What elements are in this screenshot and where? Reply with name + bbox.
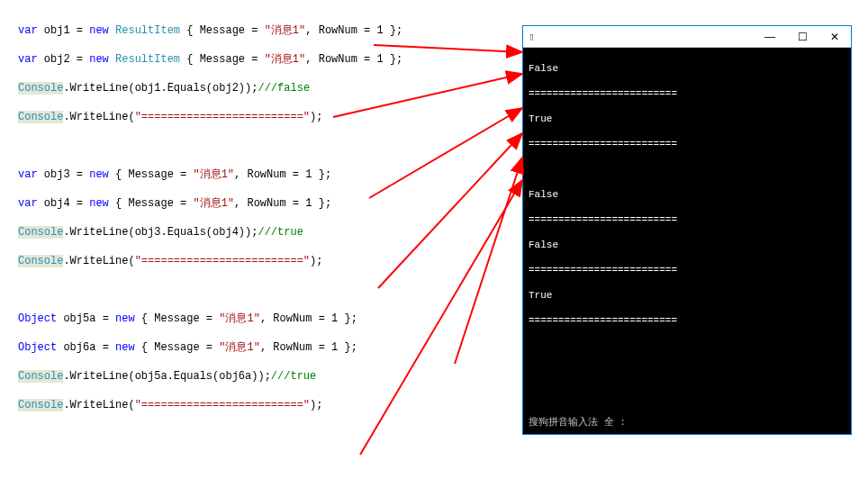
code-line: Console.WriteLine("=====================… — [18, 110, 522, 124]
ime-status: 搜狗拼音输入法 全 : — [529, 414, 626, 429]
output-line: False — [529, 62, 845, 75]
output-line: False — [529, 239, 845, 251]
output-line: True — [529, 289, 845, 302]
blank-line — [18, 139, 522, 153]
code-line: var obj1 = new ResultItem { Message = "消… — [18, 23, 522, 38]
code-line: var obj4 = new { Message = "消息1", RowNum… — [18, 196, 522, 211]
titlebar[interactable]: ▯ — ☐ ✕ — [523, 26, 851, 48]
blank-line — [18, 427, 522, 441]
output-line: ========================= — [529, 314, 845, 327]
close-button[interactable]: ✕ — [818, 26, 851, 47]
maximize-button[interactable]: ☐ — [786, 26, 818, 47]
string-literal: "消息1" — [265, 24, 306, 37]
comment: ///false — [258, 82, 310, 95]
code-line: Console.WriteLine("=====================… — [18, 254, 522, 268]
class-console: Console — [18, 82, 63, 95]
keyword-new: new — [89, 24, 109, 37]
output-line: False — [529, 188, 845, 201]
output-line: ========================= — [529, 264, 845, 276]
type-name: ResultItem — [109, 24, 180, 37]
blank-line — [18, 456, 522, 470]
output-line: ========================= — [529, 87, 845, 100]
minimize-button[interactable]: — — [754, 26, 786, 47]
output-line — [529, 163, 845, 176]
keyword-object: Object — [18, 312, 57, 325]
code-line: Object obj6a = new { Message = "消息1", Ro… — [18, 340, 522, 355]
output-line: True — [529, 113, 845, 125]
code-line: Console.WriteLine(obj3.Equals(obj4));///… — [18, 225, 522, 240]
output-line: ========================= — [529, 138, 845, 150]
code-line: Object obj5a = new { Message = "消息1", Ro… — [18, 312, 522, 326]
window-controls: — ☐ ✕ — [754, 26, 851, 47]
code-line: var obj2 = new ResultItem { Message = "消… — [18, 52, 522, 67]
keyword-var: var — [18, 24, 38, 37]
output-line: ========================= — [529, 213, 845, 226]
console-window: ▯ — ☐ ✕ False ========================= … — [522, 25, 852, 435]
code-editor: var obj1 = new ResultItem { Message = "消… — [18, 9, 522, 479]
blank-line — [18, 283, 522, 297]
code-line: var obj3 = new { Message = "消息1", RowNum… — [18, 167, 522, 182]
code-line: Console.WriteLine(obj1.Equals(obj2));///… — [18, 81, 522, 95]
app-icon: ▯ — [529, 31, 541, 43]
code-line: Console.WriteLine(obj5a.Equals(obj6a));/… — [18, 369, 522, 384]
console-output[interactable]: False ========================= True ===… — [523, 48, 851, 434]
code-line: Console.WriteLine("=====================… — [18, 398, 522, 412]
